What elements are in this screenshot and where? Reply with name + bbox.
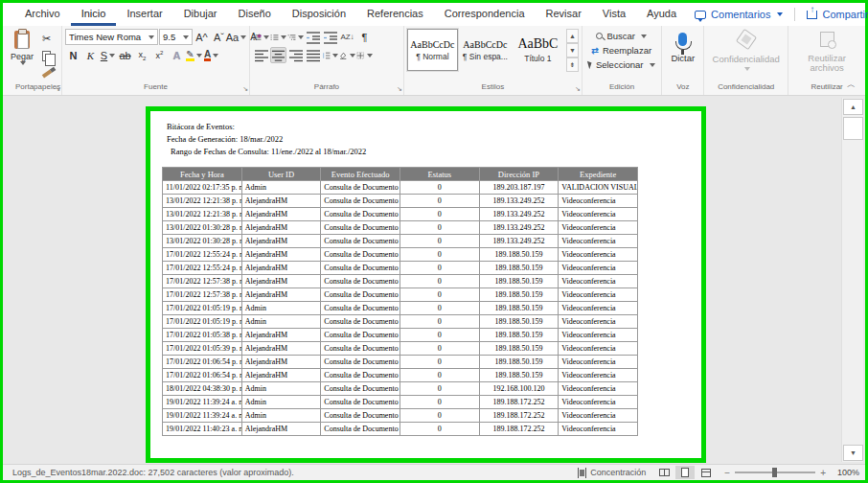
paste-button[interactable]: Pegar: [6, 29, 38, 65]
copy-button[interactable]: [38, 48, 55, 64]
share-button[interactable]: Compartir: [799, 7, 868, 22]
shading-button[interactable]: [339, 47, 355, 63]
tab-vista[interactable]: Vista: [592, 3, 636, 26]
collapse-ribbon-button[interactable]: ︿: [847, 79, 856, 91]
cut-button[interactable]: ✂: [38, 31, 55, 47]
font-name-combo[interactable]: Times New Roma: [65, 29, 158, 45]
word-count-status[interactable]: Logs_de_Eventos18mar.2022.doc: 27,502 ca…: [9, 468, 294, 477]
align-left-button[interactable]: [253, 47, 269, 63]
change-case-button[interactable]: Aa: [228, 29, 244, 45]
format-painter-icon: [41, 69, 51, 78]
group-label-paragraph: Párrafo: [253, 81, 400, 95]
vertical-scrollbar[interactable]: ▲ ▼: [841, 98, 863, 462]
group-clipboard: Pegar ✂ Portapapeles ↘: [3, 26, 62, 95]
format-painter-button[interactable]: [38, 65, 55, 81]
table-row: 13/01/2022 12:21:38 p. m.AlejandraHMCons…: [163, 208, 638, 221]
zoom-in-button[interactable]: +: [820, 468, 826, 478]
dictate-button[interactable]: Dictar: [665, 29, 700, 63]
decrease-indent-button[interactable]: [305, 29, 321, 45]
grow-font-button[interactable]: A^: [194, 29, 210, 45]
sort-button[interactable]: AZ↓: [339, 29, 355, 45]
table-cell: 189.188.50.159: [479, 262, 559, 275]
font-color-button[interactable]: A: [203, 47, 219, 63]
table-cell: Videoconferencia: [559, 262, 638, 275]
table-cell: 0: [400, 315, 479, 329]
style-card[interactable]: AaBbCcDc ¶ Sin espa...: [460, 29, 511, 71]
zoom-slider[interactable]: [735, 472, 815, 473]
tab-inicio[interactable]: Inicio: [71, 3, 117, 26]
select-button[interactable]: Seleccionar: [585, 58, 658, 71]
table-cell: 13/01/2022 01:30:28 p. m.: [163, 221, 242, 235]
dialog-launcher-icon[interactable]: ↘: [397, 85, 402, 93]
zoom-slider-thumb[interactable]: [772, 468, 777, 477]
dialog-launcher-icon[interactable]: ↘: [55, 85, 60, 93]
align-right-button[interactable]: [287, 47, 304, 63]
tab-ayuda[interactable]: Ayuda: [636, 3, 687, 26]
tab-referencias[interactable]: Referencias: [356, 3, 434, 26]
text-effects-button[interactable]: A: [169, 47, 185, 63]
table-cell: 189.133.249.252: [479, 221, 559, 235]
multilevel-list-button[interactable]: [287, 29, 304, 45]
style-card[interactable]: AaBbCcDc ¶ Normal: [407, 29, 458, 71]
shrink-font-button[interactable]: Aˇ: [211, 29, 227, 45]
web-layout-button[interactable]: [697, 466, 716, 479]
find-button[interactable]: Buscar: [585, 30, 658, 42]
style-gallery-expand-button[interactable]: ⇟: [566, 58, 579, 72]
comments-button[interactable]: Comentarios: [687, 7, 790, 22]
replace-icon: ⇄: [591, 46, 599, 56]
italic-button[interactable]: K: [82, 47, 99, 63]
replace-button[interactable]: ⇄Reemplazar: [585, 44, 658, 57]
align-center-button[interactable]: [270, 47, 286, 63]
tab-archivo[interactable]: Archivo: [14, 3, 71, 26]
align-center-icon: [271, 49, 286, 62]
zoom-level[interactable]: 100%: [834, 468, 859, 477]
table-cell: AlejandraHM: [241, 235, 321, 248]
style-card[interactable]: AaBbC Título 1: [513, 29, 563, 71]
zoom-out-button[interactable]: −: [724, 468, 730, 478]
line-spacing-button[interactable]: [322, 47, 338, 63]
borders-button[interactable]: [356, 47, 373, 63]
column-header: Estatus: [400, 168, 479, 181]
table-cell: 19/01/2022 11:39:24 a. m.: [163, 409, 242, 423]
increase-indent-button[interactable]: [322, 29, 338, 45]
tab-correspondencia[interactable]: Correspondencia: [434, 3, 536, 26]
tab-diseno[interactable]: Diseño: [228, 3, 282, 26]
read-mode-button[interactable]: [654, 466, 674, 479]
table-cell: Admin: [241, 409, 321, 423]
bold-button[interactable]: N: [65, 47, 81, 63]
strikethrough-button[interactable]: ab: [117, 47, 133, 63]
scrollbar-thumb[interactable]: [843, 117, 863, 140]
comment-bubble-icon: [695, 11, 706, 19]
font-size-combo[interactable]: 9.5: [159, 29, 193, 45]
style-scroll-down-button[interactable]: ▼: [566, 43, 579, 58]
focus-mode-button[interactable]: Concentración: [578, 468, 646, 478]
numbering-button[interactable]: [270, 29, 286, 45]
table-row: 18/01/2022 04:38:30 p. m.AdminConsulta d…: [163, 382, 638, 396]
document-page[interactable]: Bitácora de Eventos: Fecha de Generación…: [150, 111, 701, 458]
show-marks-button[interactable]: ¶: [356, 29, 373, 45]
dialog-launcher-icon[interactable]: ↘: [575, 85, 581, 93]
underline-button[interactable]: S: [100, 47, 116, 63]
justify-button[interactable]: [305, 47, 321, 63]
tab-disposicion[interactable]: Disposición: [282, 3, 356, 26]
superscript-button[interactable]: x2: [151, 47, 168, 63]
scroll-down-button[interactable]: ▼: [843, 445, 863, 461]
table-cell: 19/01/2022 11:40:23 a. m.: [163, 423, 242, 436]
tab-dibujar[interactable]: Dibujar: [173, 3, 228, 26]
subscript-button[interactable]: x2: [134, 47, 150, 63]
table-row: 13/01/2022 01:30:28 p. m.AlejandraHMCons…: [163, 235, 638, 248]
group-paragraph: AZ↓ ¶ Párrafo ↘: [250, 26, 404, 95]
paste-label: Pegar: [11, 52, 34, 61]
table-cell: AlejandraHM: [241, 248, 321, 262]
dialog-launcher-icon[interactable]: ↘: [242, 85, 248, 93]
table-cell: 0: [400, 342, 479, 356]
tab-revisar[interactable]: Revisar: [536, 3, 592, 26]
bullets-icon: [253, 31, 262, 44]
print-layout-button[interactable]: [675, 466, 695, 479]
highlight-button[interactable]: ✎: [186, 47, 202, 63]
scroll-up-button[interactable]: ▲: [843, 99, 863, 115]
group-label-font: Fuente: [65, 81, 246, 95]
tab-insertar[interactable]: Insertar: [116, 3, 172, 26]
bullets-button[interactable]: [253, 29, 269, 45]
style-scroll-up-button[interactable]: ▲: [566, 29, 579, 43]
